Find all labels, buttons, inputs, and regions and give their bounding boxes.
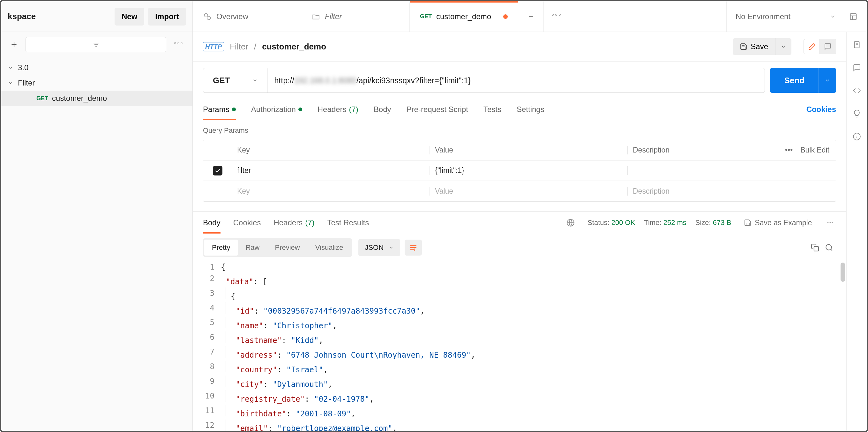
active-dot-icon bbox=[232, 107, 236, 111]
environment-selector[interactable]: No Environment bbox=[736, 12, 823, 21]
resp-tab-headers[interactable]: Headers (7) bbox=[274, 212, 314, 234]
save-button[interactable]: Save bbox=[733, 38, 775, 55]
format-selector[interactable]: JSON bbox=[359, 239, 400, 256]
tab-params[interactable]: Params bbox=[203, 99, 236, 120]
search-icon bbox=[825, 243, 833, 252]
resp-tab-test-results[interactable]: Test Results bbox=[327, 212, 369, 234]
tab-tests[interactable]: Tests bbox=[484, 99, 501, 120]
resp-tab-body[interactable]: Body bbox=[203, 212, 220, 234]
sidebar-add-button[interactable] bbox=[8, 38, 21, 51]
tab-authorization[interactable]: Authorization bbox=[251, 99, 302, 120]
workspace-label: kspace bbox=[8, 11, 111, 21]
tab-overview[interactable]: Overview bbox=[193, 1, 301, 32]
method-selector[interactable]: GET bbox=[203, 68, 268, 93]
copy-button[interactable] bbox=[808, 241, 822, 255]
breadcrumb-separator: / bbox=[254, 42, 256, 52]
active-dot-icon bbox=[299, 107, 302, 111]
chevron-down-icon bbox=[830, 13, 836, 20]
sidebar-filter-input[interactable] bbox=[26, 37, 166, 52]
tab-headers[interactable]: Headers (7) bbox=[317, 99, 359, 120]
response-more-button[interactable]: ••• bbox=[825, 220, 836, 225]
folder-icon bbox=[311, 12, 320, 21]
view-pretty[interactable]: Pretty bbox=[204, 240, 238, 255]
view-raw[interactable]: Raw bbox=[238, 240, 267, 255]
table-row: filter {"limit":1} bbox=[203, 160, 836, 181]
view-preview[interactable]: Preview bbox=[267, 240, 307, 255]
network-icon[interactable] bbox=[566, 219, 575, 227]
environment-quick-look-icon[interactable] bbox=[849, 12, 858, 21]
query-params-table: Key Value Description ••• Bulk Edit filt… bbox=[203, 140, 836, 202]
row-checkbox[interactable] bbox=[213, 166, 222, 176]
sidebar-more-button[interactable]: °°° bbox=[172, 41, 186, 49]
wrap-lines-button[interactable] bbox=[405, 240, 422, 255]
tab-prerequest[interactable]: Pre-request Script bbox=[407, 99, 468, 120]
documentation-icon[interactable] bbox=[852, 39, 862, 50]
unsaved-dot-icon bbox=[503, 14, 508, 19]
chevron-right-icon bbox=[8, 65, 14, 70]
save-icon bbox=[740, 43, 747, 51]
lightbulb-icon[interactable] bbox=[852, 109, 862, 119]
breadcrumb-parent[interactable]: Filter bbox=[230, 42, 248, 52]
url-input[interactable]: http://192.168.0.1:8080/api/kci93nssqxv?… bbox=[268, 76, 765, 85]
param-key-input[interactable]: filter bbox=[232, 166, 430, 175]
svg-point-0 bbox=[204, 13, 208, 17]
svg-point-1 bbox=[207, 16, 211, 20]
check-icon bbox=[214, 167, 221, 174]
view-visualize[interactable]: Visualize bbox=[308, 240, 351, 255]
chevron-down-icon bbox=[252, 78, 258, 83]
tab-body[interactable]: Body bbox=[374, 99, 391, 120]
method-badge: GET bbox=[420, 13, 432, 20]
copy-icon bbox=[811, 243, 819, 252]
tree-label: 3.0 bbox=[18, 63, 28, 72]
info-icon[interactable] bbox=[852, 131, 862, 142]
filter-icon bbox=[92, 41, 100, 49]
tab-label: customer_demo bbox=[436, 12, 491, 21]
new-button[interactable]: New bbox=[115, 8, 144, 26]
column-header-key: Key bbox=[232, 146, 430, 154]
cookies-link[interactable]: Cookies bbox=[806, 105, 836, 114]
svg-rect-17 bbox=[814, 247, 818, 251]
scrollbar-thumb[interactable] bbox=[841, 263, 845, 282]
send-dropdown-button[interactable] bbox=[818, 68, 836, 93]
query-params-title: Query Params bbox=[193, 120, 846, 140]
search-button[interactable] bbox=[822, 241, 836, 255]
param-description-input[interactable]: Description bbox=[628, 187, 772, 195]
comments-icon[interactable] bbox=[852, 63, 862, 73]
tree-item-3-0[interactable]: 3.0 bbox=[1, 60, 192, 75]
tab-settings[interactable]: Settings bbox=[517, 99, 545, 120]
param-value-input[interactable]: {"limit":1} bbox=[430, 166, 628, 175]
tree-item-customer-demo[interactable]: GET customer_demo bbox=[1, 91, 192, 106]
new-tab-button[interactable] bbox=[518, 1, 544, 32]
edit-icon-button[interactable] bbox=[804, 39, 820, 54]
comment-icon-button[interactable] bbox=[820, 39, 836, 54]
send-button[interactable]: Send bbox=[770, 68, 818, 93]
param-value-input[interactable]: Value bbox=[430, 187, 628, 195]
column-header-value: Value bbox=[430, 146, 628, 154]
breadcrumb-current: customer_demo bbox=[262, 42, 326, 52]
svg-rect-4 bbox=[850, 13, 857, 20]
comment-icon bbox=[824, 43, 832, 51]
param-key-input[interactable]: Key bbox=[232, 187, 430, 195]
save-dropdown-button[interactable] bbox=[775, 38, 792, 55]
chevron-down-icon bbox=[389, 245, 394, 250]
chevron-down-icon bbox=[8, 80, 14, 86]
overview-icon bbox=[203, 12, 212, 21]
tabs-overflow-button[interactable]: °°° bbox=[544, 1, 569, 32]
save-as-example-button[interactable]: Save as Example bbox=[744, 219, 812, 227]
bulk-edit-button[interactable]: Bulk Edit bbox=[800, 146, 829, 154]
tab-label: Overview bbox=[216, 12, 248, 21]
response-body[interactable]: 1{2 "data": [3 {4 "id": "000329567a744f6… bbox=[193, 261, 846, 431]
import-button[interactable]: Import bbox=[148, 8, 186, 26]
svg-point-18 bbox=[826, 244, 831, 250]
tab-customer-demo[interactable]: GET customer_demo bbox=[410, 1, 518, 32]
svg-line-19 bbox=[831, 249, 832, 251]
table-row-new: Key Value Description bbox=[203, 181, 836, 201]
column-header-description: Description bbox=[628, 146, 772, 154]
resp-tab-cookies[interactable]: Cookies bbox=[233, 212, 261, 234]
save-icon bbox=[744, 219, 751, 226]
tree-label: Filter bbox=[18, 79, 35, 87]
row-options-button[interactable]: ••• bbox=[785, 146, 793, 154]
tree-item-filter[interactable]: Filter bbox=[1, 75, 192, 91]
code-icon[interactable] bbox=[852, 86, 862, 96]
tab-filter[interactable]: Filter bbox=[301, 1, 410, 32]
